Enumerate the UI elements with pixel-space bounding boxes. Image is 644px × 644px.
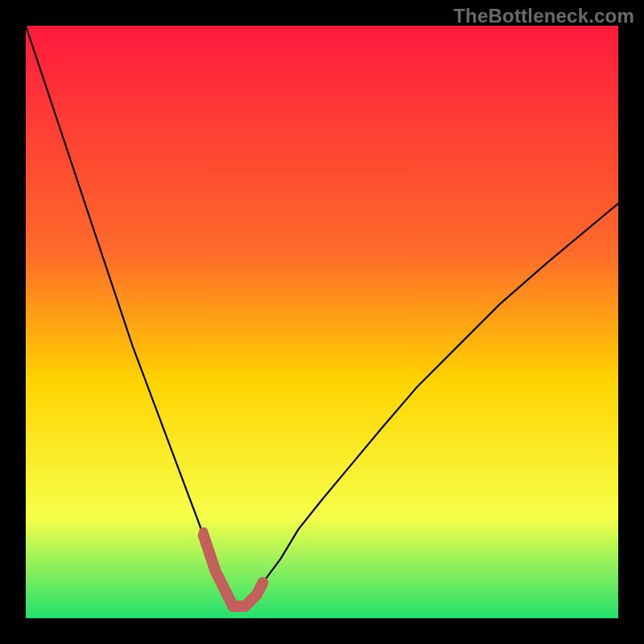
plot-svg [26, 26, 618, 618]
watermark-text: TheBottleneck.com [453, 5, 634, 27]
chart-frame: TheBottleneck.com [0, 0, 644, 644]
plot-area [26, 26, 618, 618]
gradient-background [26, 26, 618, 618]
